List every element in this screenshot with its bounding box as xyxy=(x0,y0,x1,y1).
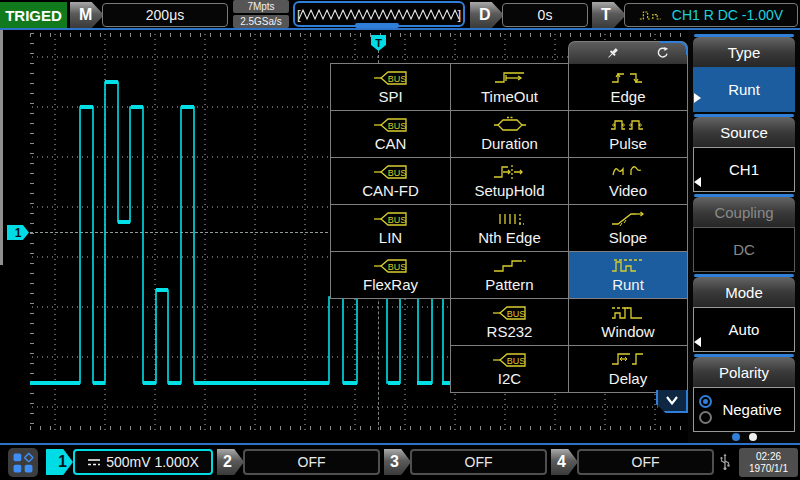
top-status-bar: TRIGED M 200μs 7Mpts 2.5GSa/s [ ] D 0s T… xyxy=(0,0,800,30)
menu-item-delay[interactable]: Delay xyxy=(568,345,688,393)
timebase-badge: M xyxy=(70,2,104,28)
menu-item-nth-edge[interactable]: Nth Edge xyxy=(450,204,569,252)
channel3-tag[interactable]: 3 xyxy=(384,449,411,475)
menu-item-can-fd[interactable]: CAN-FD xyxy=(330,157,451,205)
preview-right-bracket: ] xyxy=(457,6,461,23)
menu-header-bar xyxy=(568,41,688,64)
menu-item-slope[interactable]: Slope xyxy=(568,204,688,252)
type-header: Type xyxy=(693,37,795,67)
polarity-value[interactable]: Negative xyxy=(693,387,795,432)
trigger-status-badge: TRIGED xyxy=(0,2,67,28)
softkey-menu: Type Runt Source CH1 Coupling DC Mode xyxy=(688,30,800,443)
menu-item-edge[interactable]: Edge xyxy=(568,63,688,111)
menu-item-can[interactable]: CAN xyxy=(330,110,451,158)
bus-icon xyxy=(373,116,409,134)
coupling-header: Coupling xyxy=(693,197,795,227)
pin-icon[interactable] xyxy=(605,46,620,61)
timeout-icon xyxy=(492,69,528,87)
nth-edge-icon xyxy=(492,210,528,228)
menu-item-i2c[interactable]: I2C xyxy=(450,345,569,393)
section-polarity: Polarity Negative xyxy=(693,354,795,432)
menu-item-lin[interactable]: LIN xyxy=(330,204,451,252)
delay-icon xyxy=(610,351,646,369)
video-icon xyxy=(610,163,646,181)
menu-item-pattern[interactable]: Pattern xyxy=(450,251,569,299)
softkey-pointer-icon xyxy=(694,93,701,103)
pulse-icon xyxy=(610,116,646,134)
runt-trigger-mini-icon xyxy=(639,9,665,22)
pattern-icon xyxy=(492,257,528,275)
menu-header-accent xyxy=(660,41,688,55)
memory-depth-badge: 7Mpts xyxy=(233,0,289,13)
section-coupling: Coupling DC xyxy=(693,194,795,272)
sample-rate-badge: 2.5GSa/s xyxy=(233,15,289,28)
source-header: Source xyxy=(693,117,795,147)
channel-status-bar: 1 500mV 1.000X 2 OFF 3 OFF 4 OFF 02:26 1… xyxy=(0,443,800,480)
menu-column-middle: TimeOut Duration SetupHold Nth Edge Patt… xyxy=(450,63,569,392)
usb-icon xyxy=(718,453,732,471)
polarity-radio-selected[interactable] xyxy=(699,395,712,408)
channel4-tag[interactable]: 4 xyxy=(551,449,578,475)
channel2-tag[interactable]: 2 xyxy=(217,449,244,475)
menu-item-rs232[interactable]: RS232 xyxy=(450,298,569,346)
coupling-value: DC xyxy=(693,227,795,272)
dc-coupling-icon xyxy=(87,457,101,467)
channel4-status[interactable]: OFF xyxy=(577,449,714,475)
bus-icon xyxy=(492,351,528,369)
polarity-header: Polarity xyxy=(693,357,795,387)
duration-icon xyxy=(492,116,528,134)
menu-item-runt[interactable]: Runt xyxy=(568,251,688,299)
setuphold-icon xyxy=(492,163,528,181)
app-grid-icon xyxy=(11,451,35,475)
menu-item-setuphold[interactable]: SetupHold xyxy=(450,157,569,205)
bus-icon xyxy=(373,257,409,275)
date-text: 1970/1/1 xyxy=(749,463,788,475)
timebase-value[interactable]: 200μs xyxy=(102,3,228,27)
page-dot-active xyxy=(732,433,740,441)
time-text: 02:26 xyxy=(756,451,781,463)
preview-zigzag-wave xyxy=(295,3,463,25)
menu-column-bus: SPI CAN CAN-FD LIN FlexRay xyxy=(330,63,451,298)
home-menu-icon[interactable] xyxy=(8,448,38,477)
mode-header: Mode xyxy=(693,277,795,307)
menu-item-flexray[interactable]: FlexRay xyxy=(330,251,451,299)
delay-badge: D xyxy=(470,2,504,28)
menu-item-window[interactable]: Window xyxy=(568,298,688,346)
bus-icon xyxy=(492,304,528,322)
channel3-status[interactable]: OFF xyxy=(410,449,547,475)
preview-window-handle[interactable] xyxy=(355,23,399,28)
delay-value[interactable]: 0s xyxy=(502,3,588,27)
channel1-status[interactable]: 500mV 1.000X xyxy=(73,449,213,475)
menu-item-video[interactable]: Video xyxy=(568,157,688,205)
chevron-down-icon xyxy=(664,395,680,407)
bus-icon xyxy=(373,210,409,228)
section-source: Source CH1 xyxy=(693,114,795,192)
bus-icon xyxy=(373,69,409,87)
bus-icon xyxy=(373,163,409,181)
source-value[interactable]: CH1 xyxy=(693,147,795,192)
menu-item-duration[interactable]: Duration xyxy=(450,110,569,158)
waveform-preview[interactable]: [ ] xyxy=(293,1,465,27)
polarity-radio-unselected[interactable] xyxy=(699,411,712,424)
trigger-info-text: CH1 R DC -1.00V xyxy=(672,7,783,23)
window-icon xyxy=(610,304,646,322)
menu-item-pulse[interactable]: Pulse xyxy=(568,110,688,158)
type-value[interactable]: Runt xyxy=(693,67,795,112)
preview-left-bracket: [ xyxy=(297,6,301,23)
menu-column-right: Edge Pulse Video Slope Runt Window Delay xyxy=(568,63,688,392)
menu-item-timeout[interactable]: TimeOut xyxy=(450,63,569,111)
runt-icon xyxy=(610,257,646,275)
softkey-pointer-icon xyxy=(694,337,701,347)
channel1-tag[interactable]: 1 xyxy=(46,449,73,475)
edge-icon xyxy=(610,69,646,87)
page-dot xyxy=(749,433,757,441)
mode-value[interactable]: Auto xyxy=(693,307,795,352)
menu-page-dots xyxy=(688,433,800,441)
section-type: Type Runt xyxy=(693,34,795,112)
oscilloscope-display: 1 T SPI CAN CAN-FD LIN FlexRay xyxy=(0,30,800,443)
menu-item-spi[interactable]: SPI xyxy=(330,63,451,111)
trigger-badge: T xyxy=(592,2,626,28)
channel2-status[interactable]: OFF xyxy=(243,449,380,475)
trigger-settings[interactable]: CH1 R DC -1.00V xyxy=(624,3,798,27)
softkey-pointer-icon xyxy=(694,177,701,187)
